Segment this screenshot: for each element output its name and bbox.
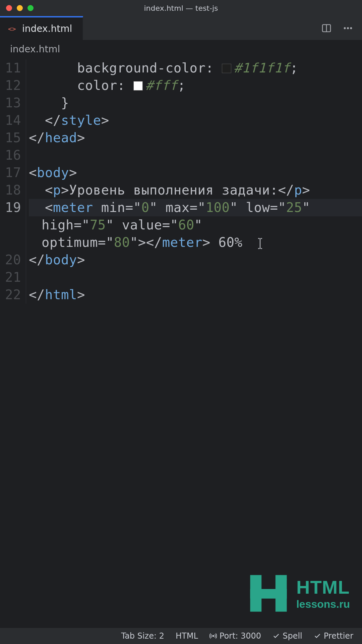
color-swatch-icon xyxy=(222,64,231,73)
svg-point-12 xyxy=(278,579,280,581)
watermark-logo: HTML lessons.ru xyxy=(247,572,350,615)
svg-text:<>: <> xyxy=(8,25,16,33)
svg-point-10 xyxy=(280,575,282,577)
split-editor-icon[interactable] xyxy=(320,22,333,34)
svg-point-9 xyxy=(276,576,278,578)
html-file-icon: <> xyxy=(8,24,17,33)
logo-h-icon xyxy=(247,572,290,615)
line-number-gutter: 111213141516171819202122 xyxy=(0,59,26,304)
logo-text-line2: lessons.ru xyxy=(296,598,350,610)
tab-index-html[interactable]: <> index.html xyxy=(0,16,83,40)
svg-point-13 xyxy=(282,580,283,582)
window-titlebar: index.html — test-js xyxy=(0,0,362,16)
status-tabsize[interactable]: Tab Size: 2 xyxy=(121,631,164,641)
svg-point-4 xyxy=(347,27,349,29)
check-icon xyxy=(273,632,280,640)
code-editor[interactable]: 111213141516171819202122 background-colo… xyxy=(0,59,362,304)
svg-point-16 xyxy=(284,583,286,585)
broadcast-icon xyxy=(209,632,217,640)
status-language[interactable]: HTML xyxy=(176,631,198,641)
code-area[interactable]: background-color: #1f1f1f; color: #fff; … xyxy=(26,59,362,304)
svg-point-14 xyxy=(285,579,287,580)
svg-point-5 xyxy=(350,27,352,29)
text-cursor-icon xyxy=(192,219,199,231)
svg-point-15 xyxy=(277,584,279,585)
window-title: index.html — test-js xyxy=(0,4,362,12)
svg-point-17 xyxy=(213,635,214,637)
more-actions-icon[interactable] xyxy=(342,22,354,34)
status-prettier[interactable]: Prettier xyxy=(314,631,353,641)
status-bar: Tab Size: 2 HTML Port: 3000 Spell Pretti… xyxy=(0,628,362,644)
status-spell[interactable]: Spell xyxy=(273,631,302,641)
logo-text-line1: HTML xyxy=(296,576,350,598)
color-swatch-icon xyxy=(133,81,143,91)
tab-label: index.html xyxy=(22,23,72,34)
status-port[interactable]: Port: 3000 xyxy=(209,631,261,641)
svg-point-3 xyxy=(344,27,346,29)
editor-tabbar: <> index.html xyxy=(0,16,362,40)
svg-rect-8 xyxy=(276,575,287,611)
check-icon xyxy=(314,632,321,640)
svg-point-11 xyxy=(283,577,285,579)
breadcrumb[interactable]: index.html xyxy=(0,40,362,59)
